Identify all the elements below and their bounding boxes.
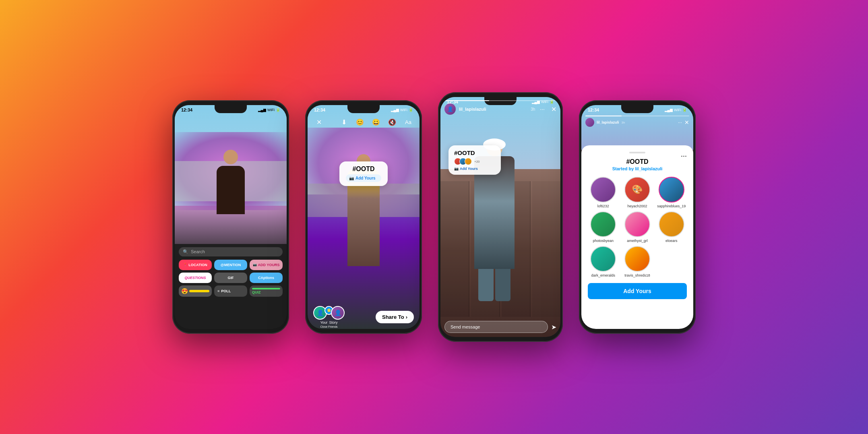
- emoji-sticker[interactable]: 😍: [179, 285, 212, 297]
- contributor-lofti232[interactable]: lofti232: [588, 177, 619, 208]
- contributor-avatar-1: [590, 177, 616, 203]
- phone-1-screen: 12:34 ▂▄▆ WiFi 🔋 🔍 Search 📍: [175, 105, 287, 329]
- add-yours-view-btn[interactable]: 📷 Add Yours: [454, 167, 495, 171]
- modal-more-button[interactable]: ···: [681, 152, 687, 160]
- phone-3-screen: 👤 lil_lapislazuli 3h ··· ✕ 12:34 ▂▄▆ WiF…: [440, 97, 560, 337]
- contributor-avatar-5: [624, 211, 650, 237]
- hashtag-text: #OOTD: [346, 165, 381, 173]
- text-icon[interactable]: Aa: [403, 116, 414, 128]
- phone-4-notch: [621, 105, 653, 113]
- phone-3-story-topbar: 👤 lil_lapislazuli 3h ··· ✕: [440, 97, 560, 116]
- phone-2-notch: [347, 105, 380, 113]
- sticker-icon[interactable]: 😀: [370, 116, 382, 128]
- your-story-label: Your: [320, 320, 327, 324]
- wifi-icon: WiFi: [267, 108, 275, 112]
- contributor-avatar-3: [659, 177, 684, 203]
- search-placeholder: Search: [191, 249, 205, 254]
- location-sticker[interactable]: 📍 LOCATION: [179, 260, 212, 270]
- emoji-picker-icon[interactable]: 😊: [354, 116, 366, 128]
- contributor-travis[interactable]: travis_shreds18: [622, 246, 653, 277]
- battery-icon: 🔋: [276, 108, 280, 112]
- poll-icon: ≡: [217, 289, 219, 293]
- sticker-row-3: 😍 ≡ POLL QUIZ: [179, 285, 283, 297]
- person-3-legs: [478, 269, 510, 301]
- sticker-row-1: 📍 LOCATION @MENTION 📷 ADD YOURS: [179, 260, 283, 270]
- signal-icon: ▂▄▆: [258, 108, 266, 112]
- board-4: [532, 181, 560, 317]
- contributor-avatar-2: 🎨: [624, 177, 650, 203]
- phone-4-screen: 12:34 ▂▄▆ WiFi 🔋 lil_lapislazuli 3h ···: [581, 105, 693, 329]
- story-word-label: Story: [329, 320, 338, 324]
- add-yours-mini-btn[interactable]: 📷 Add Yours: [346, 174, 381, 182]
- quiz-bar: [252, 288, 280, 289]
- ootd-sticker-editor[interactable]: #OOTD 📷 Add Yours: [339, 161, 388, 186]
- phone-2: 12:34 ▂▄▆ WiFi 🔋 ✕ ⬇ 😊 😀 🔇 Aa: [305, 100, 422, 334]
- phone-2-status-icons: ▂▄▆ WiFi 🔋: [391, 108, 413, 112]
- captions-sticker[interactable]: CAptIons: [250, 273, 283, 283]
- phone-4: 12:34 ▂▄▆ WiFi 🔋 lil_lapislazuli 3h ···: [579, 100, 696, 334]
- quiz-sticker[interactable]: QUIZ: [250, 285, 283, 297]
- share-options: 👤 ⭐ 👤 Your Story Close Friends: [313, 306, 345, 328]
- battery-icon-2: 🔋: [409, 108, 413, 112]
- add-yours-mini-label: Add Yours: [355, 176, 376, 180]
- gif-sticker[interactable]: GIF: [214, 273, 247, 283]
- person-head: [223, 150, 238, 164]
- phone-4-time: 12:34: [588, 107, 599, 112]
- close-editor-button[interactable]: ✕: [313, 116, 324, 128]
- contributor-sapphireblues[interactable]: sapphireblues_19: [656, 177, 687, 208]
- phone-4-close[interactable]: ✕: [684, 119, 689, 126]
- contributor-amethyst[interactable]: amethyst_grl: [622, 211, 653, 243]
- contributor-heyach2002[interactable]: 🎨 heyach2002: [622, 177, 653, 208]
- share-to-button[interactable]: Share To ›: [376, 311, 414, 323]
- phone-3: 👤 lil_lapislazuli 3h ··· ✕ 12:34 ▂▄▆ WiF…: [438, 92, 563, 342]
- emoji-icon: 😍: [181, 288, 188, 294]
- add-yours-main-button[interactable]: Add Yours: [588, 283, 687, 299]
- mention-sticker[interactable]: @MENTION: [214, 260, 247, 270]
- add-yours-modal: #OOTD Started by lil_lapislazuli ··· lof…: [581, 145, 693, 329]
- story-message-bar: Send message ➤: [444, 321, 556, 333]
- mention-label: @MENTION: [221, 263, 241, 267]
- contributor-photosbyean[interactable]: photosbyean: [588, 211, 619, 243]
- message-placeholder: Send message: [451, 324, 480, 329]
- contributor-dark-emeralds[interactable]: dark_emeralds: [588, 246, 619, 277]
- message-input-field[interactable]: Send message: [444, 321, 548, 333]
- download-icon[interactable]: ⬇: [338, 116, 349, 128]
- battery-icon-4: 🔋: [682, 108, 687, 112]
- phone-4-more[interactable]: ···: [678, 120, 682, 125]
- contributors-grid: lofti232 🎨 heyach2002 sapphireblues_19: [588, 177, 687, 277]
- story-header: 👤 lil_lapislazuli 3h ··· ✕: [444, 103, 556, 115]
- contributor-name-6: eloears: [665, 239, 678, 243]
- sticker-search-bar[interactable]: 🔍 Search: [179, 247, 283, 256]
- addyours-sticker-btn[interactable]: 📷 ADD YOURS: [250, 260, 283, 270]
- story-close-button[interactable]: ✕: [551, 105, 556, 113]
- sticker-picker: 🔍 Search 📍 LOCATION @MENTION 📷 ADD YOURS: [175, 244, 287, 329]
- location-icon: 📍: [183, 263, 187, 267]
- contributor-avatar-7: [590, 246, 616, 272]
- phone-4-avatar: [585, 118, 594, 127]
- send-message-button[interactable]: ➤: [551, 323, 556, 331]
- your-story-option[interactable]: 👤 ⭐ 👤 Your Story Close Friends: [313, 306, 345, 328]
- phone-4-story-header: lil_lapislazuli 3h ··· ✕: [581, 114, 693, 128]
- started-by-label: Started by: [612, 166, 634, 171]
- phone-1-notch: [215, 105, 247, 113]
- contributor-eloears[interactable]: eloears: [656, 211, 687, 243]
- story-more-button[interactable]: ···: [540, 106, 545, 112]
- poll-sticker[interactable]: ≡ POLL: [214, 285, 247, 297]
- questions-label: QUESTIONS: [184, 276, 206, 280]
- phone-2-screen: 12:34 ▂▄▆ WiFi 🔋 ✕ ⬇ 😊 😀 🔇 Aa: [308, 105, 420, 329]
- leg-1: [478, 269, 494, 301]
- close-friends-label: Close Friends: [320, 325, 337, 328]
- location-label: LOCATION: [188, 263, 207, 267]
- phone-4-status-icons: ▂▄▆ WiFi 🔋: [665, 108, 687, 112]
- sticker-row-2: QUESTIONS GIF CAptIons: [179, 273, 283, 283]
- questions-sticker[interactable]: QUESTIONS: [179, 273, 212, 283]
- contrib-avatar-3: [465, 158, 472, 165]
- poll-label: POLL: [221, 289, 231, 293]
- mute-icon[interactable]: 🔇: [386, 116, 398, 128]
- ootd-sticker-view[interactable]: #OOTD +20 📷 Add Yours: [448, 145, 501, 175]
- contributor-name-1: lofti232: [597, 204, 609, 208]
- wifi-icon-2: WiFi: [400, 108, 407, 112]
- phones-container: 12:34 ▂▄▆ WiFi 🔋 🔍 Search 📍: [0, 0, 868, 434]
- captions-label: CAptIons: [258, 276, 274, 280]
- contributor-name-2: heyach2002: [627, 204, 647, 208]
